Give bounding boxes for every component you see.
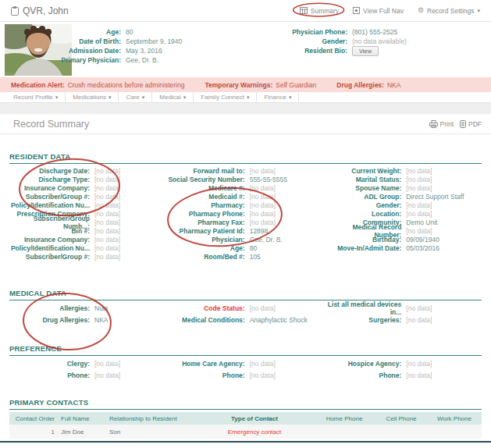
section-title: PREFERENCE	[9, 344, 482, 354]
nav-tab[interactable]: Medical ▾	[152, 92, 194, 102]
field-label: Surgeries:	[324, 316, 401, 324]
preference-col2: Home Care Agency: [no data] Phone: [no d…	[167, 358, 325, 381]
field-row: Subscriber/Group Numb...: [no data]	[9, 218, 167, 226]
print-button[interactable]: Print	[429, 120, 454, 128]
field-value: [no data]	[250, 201, 276, 209]
contacts-table: Contact OrderFull NameRelationship to Re…	[9, 412, 482, 439]
field-label: Move-In/Admit Date:	[324, 244, 401, 252]
field-label: Birthday:	[324, 236, 401, 244]
field-row: Gender: [no data]	[324, 201, 482, 209]
field-value: Nuts	[94, 304, 108, 312]
nav-tab[interactable]: Medications ▾	[66, 92, 119, 102]
field-row: Birthday: 09/09/1940	[324, 235, 482, 244]
field-label: Code Status:	[167, 304, 245, 312]
field-row: Pharmacy Patient Id: 12898	[167, 226, 325, 235]
field-label: Hospice Agency:	[324, 360, 401, 368]
field-row: Insurance Company: [no data]	[9, 235, 167, 244]
summary-label: Summary	[311, 7, 339, 15]
field-row: Pharmacy Fax: [no data]	[167, 218, 325, 226]
field-value: [no data]	[406, 316, 432, 324]
field-value: [no data]	[406, 184, 432, 192]
field-label: Discharge Type:	[9, 176, 90, 183]
field-value: [no data]	[94, 236, 120, 244]
resident-data-col3: Current Weight: [no data] Marital Status…	[324, 166, 482, 261]
page-title: Record Summary	[13, 119, 89, 130]
table-row[interactable]: 1 Jim Doe Son Emergency contact	[9, 425, 482, 439]
column-header: Type of Contact	[196, 415, 313, 422]
nav-tab[interactable]: Record Profile ▾	[6, 92, 66, 102]
field-value: [no data]	[94, 210, 120, 218]
field-value: [no data]	[250, 360, 276, 368]
contacts-table-body: 1 Jim Doe Son Emergency contact	[9, 425, 482, 439]
field-value: [no data]	[94, 167, 120, 175]
page-heading-row: Record Summary Print PDF	[0, 114, 491, 134]
field-label: Primary Physician:	[47, 56, 121, 64]
field-label: Home Care Agency:	[167, 360, 245, 368]
field-label: Date of Birth:	[47, 37, 121, 45]
page-bottom-rule	[0, 441, 491, 443]
summary-button[interactable]: Summary	[300, 7, 339, 15]
field-row: Code Status: [no data]	[167, 303, 325, 315]
nav-tab[interactable]: Family Connect ▾	[194, 92, 257, 102]
resident-data-col2: Forward mail to: [no data] Social Securi…	[167, 166, 325, 261]
view-full-nav-button[interactable]: View Full Nav	[353, 7, 404, 15]
field-row: Clergy: [no data]	[9, 358, 167, 370]
field-value: [no data]	[250, 372, 276, 379]
field-row: Current Weight: [no data]	[324, 166, 482, 175]
patient-header: Age: 80 Date of Birth: September 9, 1940…	[0, 23, 491, 77]
record-settings-button[interactable]: ⚙ Record Settings ▾	[418, 7, 480, 15]
field-value: 09/09/1940	[406, 236, 439, 244]
field-value: [no data]	[94, 360, 120, 368]
field-value: [no data]	[406, 201, 432, 209]
record-summary-page: QVR, John Summary View Full Nav ⚙ Record…	[0, 0, 491, 448]
field-label: Medical Conditions:	[167, 316, 245, 324]
pdf-label: PDF	[468, 120, 482, 128]
nav-tab[interactable]: Care ▾	[119, 92, 152, 102]
section-divider	[9, 409, 482, 410]
field-value: (801) 555-2525	[352, 28, 397, 36]
nav-tab-label: Finance	[264, 94, 286, 101]
field-value: Demo Unit	[406, 219, 437, 226]
header-field-row: Gender: (no data available)	[258, 37, 476, 46]
alert-label: Temporary Warnings:	[205, 81, 272, 89]
top-bar: QVR, John Summary View Full Nav ⚙ Record…	[0, 0, 491, 22]
field-label: Discharge Date:	[9, 167, 90, 175]
field-value: [no data]	[94, 176, 120, 183]
field-label: Room/Bed #:	[167, 253, 245, 261]
view-full-nav-icon	[353, 7, 360, 14]
field-label: Spouse Name:	[324, 184, 401, 192]
field-label: Phone:	[324, 372, 401, 379]
field-value: [no data]	[94, 219, 120, 226]
field-label: Phone:	[167, 372, 245, 379]
contacts-table-header: Contact OrderFull NameRelationship to Re…	[9, 412, 482, 425]
record-settings-label: Record Settings	[427, 7, 474, 15]
field-label: Clergy:	[9, 360, 90, 368]
view-resident-bio-button[interactable]: View	[352, 46, 379, 56]
field-row: Medical Record Number: [no data]	[324, 226, 482, 235]
chevron-down-icon: ▾	[109, 94, 112, 101]
alert-item: Medication Alert: Crush medications befo…	[11, 81, 184, 89]
field-value: [no data]	[94, 184, 120, 192]
field-label: Admission Date:	[47, 47, 121, 55]
field-label: List all medical devices in...	[324, 300, 401, 316]
field-label: Physician Phone:	[258, 28, 347, 36]
field-row: Physician: Gee, Dr. B.	[167, 235, 325, 244]
field-row: Phone: [no data]	[167, 370, 325, 382]
pdf-button[interactable]: PDF	[460, 120, 482, 128]
field-row: Room/Bed #: 105	[167, 252, 325, 261]
nav-tab[interactable]: Finance ▾	[257, 92, 299, 102]
field-row: Pharmacy: [no data]	[167, 201, 325, 209]
field-label: Subscriber/Group #:	[9, 253, 90, 261]
field-value: Gee, Dr. B.	[250, 236, 283, 244]
field-value: 05/03/2016	[406, 244, 439, 252]
section-preference: PREFERENCE Clergy: [no data] Phone: [no …	[9, 344, 482, 381]
column-header: Home Phone	[313, 415, 375, 422]
nav-tab-label: Medications	[73, 94, 106, 101]
section-title: PRIMARY CONTACTS	[9, 398, 482, 407]
field-value: Direct Support Staff	[406, 193, 464, 201]
nav-tab-label: Family Connect	[201, 94, 244, 101]
field-row: Discharge Date: [no data]	[9, 166, 167, 175]
field-label: Phone:	[9, 372, 90, 379]
section-divider	[9, 355, 482, 356]
field-label: Allergies:	[9, 304, 90, 312]
